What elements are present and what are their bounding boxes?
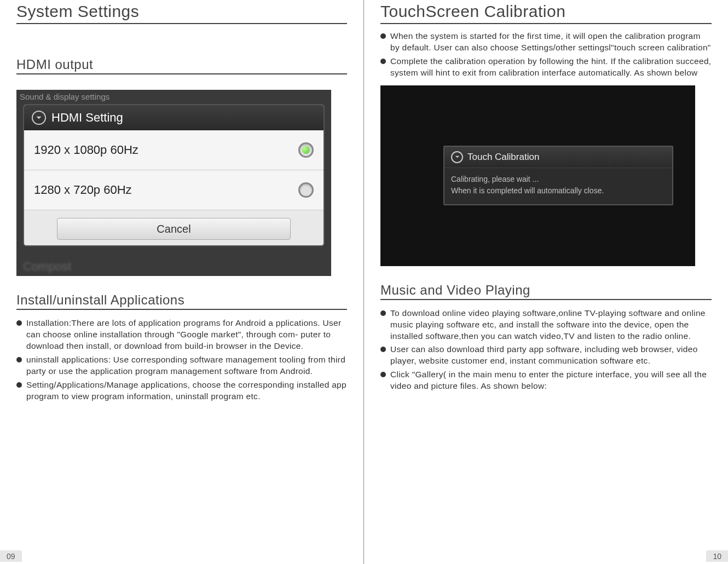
touch-bullet: Complete the calibration operation by fo… (380, 56, 712, 79)
hdmi-dialog-header: HDMI Setting (24, 105, 323, 130)
hdmi-header-label: HDMI Setting (51, 111, 123, 125)
hdmi-blur-text: Compost (23, 260, 71, 274)
touch-bullets: When the system is started for the first… (380, 31, 712, 79)
chevron-down-icon (32, 111, 46, 125)
touch-line2: When it is completed will automatically … (451, 185, 666, 197)
radio-unselected-icon[interactable] (298, 182, 314, 198)
install-bullet: uninstall applications: Use correspondin… (16, 354, 347, 377)
touch-dialog-body: Calibrating, please wait ... When it is … (444, 168, 672, 204)
music-bullet: User can also download third party app s… (380, 344, 712, 367)
music-bullets: To download online video playing softwar… (380, 308, 712, 392)
chevron-down-icon (451, 151, 463, 163)
radio-selected-icon[interactable] (298, 142, 314, 158)
hdmi-output-heading: HDMI output (16, 57, 347, 74)
install-bullet: Installation:There are lots of applicati… (16, 318, 347, 352)
music-heading: Music and Video Playing (380, 283, 712, 300)
touch-screenshot: Touch Calibration Calibrating, please wa… (380, 85, 695, 266)
music-bullet: To download online video playing softwar… (380, 308, 712, 342)
hdmi-option-1-label: 1920 x 1080p 60Hz (34, 143, 138, 157)
touch-bullet: When the system is started for the first… (380, 31, 712, 54)
hdmi-option-720p[interactable]: 1280 x 720p 60Hz (24, 170, 323, 210)
touch-dialog-header: Touch Calibration (444, 147, 672, 168)
touch-dialog: Touch Calibration Calibrating, please wa… (443, 146, 673, 205)
hdmi-dialog-footer: Cancel (24, 210, 323, 245)
page-left: System Settings HDMI output Sound & disp… (0, 0, 364, 564)
page-title-right: TouchScreen Calibration (380, 2, 712, 24)
music-bullet: Click "Gallery( in the main menu to ente… (380, 369, 712, 392)
touch-header-label: Touch Calibration (467, 152, 539, 163)
hdmi-option-2-label: 1280 x 720p 60Hz (34, 183, 132, 197)
page-right: TouchScreen Calibration When the system … (364, 0, 728, 564)
hdmi-option-1080p[interactable]: 1920 x 1080p 60Hz (24, 130, 323, 170)
hdmi-dialog: HDMI Setting 1920 x 1080p 60Hz 1280 x 72… (23, 104, 325, 246)
install-heading: Install/uninstall Applications (16, 292, 347, 310)
touch-line1: Calibrating, please wait ... (451, 174, 666, 185)
cancel-button[interactable]: Cancel (57, 218, 291, 240)
page-number-right: 10 (706, 550, 728, 562)
page-number-left: 09 (0, 550, 22, 562)
page-title-left: System Settings (16, 2, 347, 24)
install-bullets: Installation:There are lots of applicati… (16, 318, 347, 402)
hdmi-bg-text: Sound & display settings (16, 90, 331, 103)
hdmi-screenshot: Sound & display settings HDMI Setting 19… (16, 90, 331, 276)
install-bullet: Setting/Applications/Manage applications… (16, 379, 347, 402)
